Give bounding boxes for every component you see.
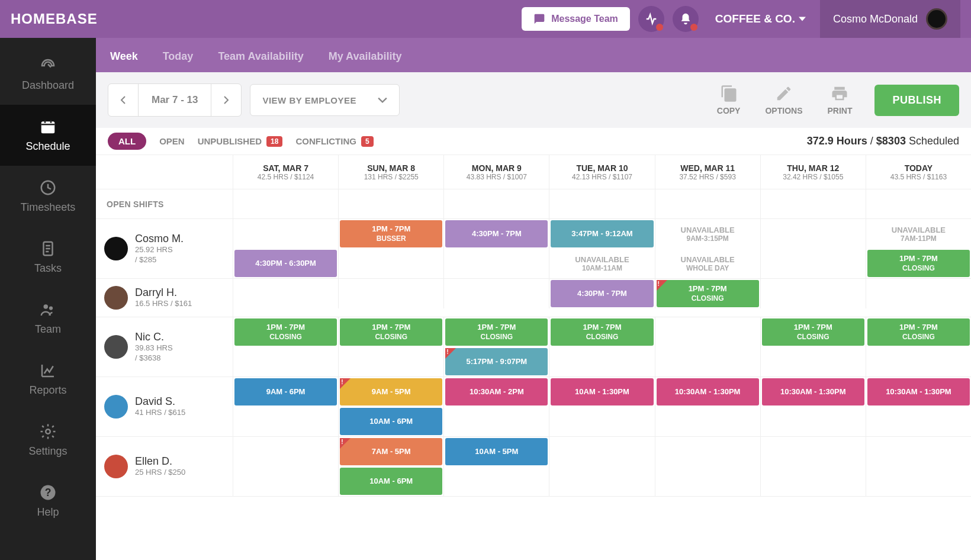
schedule-cell[interactable] bbox=[655, 317, 761, 347]
schedule-cell[interactable]: 4:30PM - 7PM bbox=[549, 279, 655, 308]
schedule-cell[interactable] bbox=[339, 249, 444, 278]
filter-unpublished[interactable]: UNPUBLISHED 18 bbox=[198, 136, 283, 147]
schedule-cell[interactable] bbox=[233, 437, 339, 466]
employee-cell[interactable]: Ellen D. 25 HRS / $250 bbox=[96, 437, 233, 496]
schedule-cell[interactable]: 1PM - 7PMCLOSING bbox=[761, 317, 866, 347]
schedule-cell[interactable]: 10AM - 6PM bbox=[339, 466, 444, 496]
sidebar-item-tasks[interactable]: Tasks bbox=[0, 227, 96, 288]
schedule-cell[interactable]: UNAVAILABLE7AM-11PM bbox=[866, 219, 971, 249]
sidebar-item-help[interactable]: ? Help bbox=[0, 471, 96, 532]
shift-block[interactable]: 10AM - 1:30PM bbox=[551, 378, 653, 405]
day-header[interactable]: TODAY 43.5 HRS / $1163 bbox=[866, 155, 971, 189]
shift-block[interactable]: 9AM - 5PM bbox=[340, 378, 442, 405]
shift-block[interactable]: 1PM - 7PMCLOSING bbox=[551, 318, 653, 346]
employee-cell[interactable]: Nic C. 39.83 HRS/ $3638 bbox=[96, 317, 233, 376]
day-header[interactable]: THU, MAR 12 32.42 HRS / $1055 bbox=[761, 155, 866, 189]
shift-block[interactable]: 5:17PM - 9:07PM bbox=[445, 348, 548, 375]
publish-button[interactable]: PUBLISH bbox=[874, 85, 959, 116]
schedule-cell[interactable] bbox=[233, 279, 339, 308]
schedule-cell[interactable] bbox=[761, 407, 866, 436]
schedule-cell[interactable] bbox=[866, 407, 971, 436]
schedule-cell[interactable]: 1PM - 7PMBUSSER bbox=[339, 219, 444, 249]
message-team-button[interactable]: Message Team bbox=[522, 7, 630, 31]
shift-block[interactable]: 10AM - 6PM bbox=[340, 468, 442, 495]
schedule-cell[interactable] bbox=[339, 279, 444, 308]
schedule-cell[interactable]: 1PM - 7PMCLOSING bbox=[233, 317, 339, 347]
shift-block[interactable]: 1PM - 7PMCLOSING bbox=[867, 318, 970, 346]
schedule-cell[interactable]: 3:47PM - 9:12AM bbox=[549, 219, 655, 249]
schedule-cell[interactable]: UNAVAILABLE10AM-11AM bbox=[549, 249, 655, 278]
tab-week[interactable]: Week bbox=[108, 41, 140, 72]
schedule-cell[interactable] bbox=[761, 437, 866, 466]
schedule-cell[interactable]: 1PM - 7PMCLOSING bbox=[339, 317, 444, 347]
shift-block[interactable]: 10:30AM - 2PM bbox=[445, 378, 548, 405]
schedule-cell[interactable] bbox=[866, 437, 971, 466]
schedule-cell[interactable] bbox=[444, 407, 549, 436]
sidebar-item-schedule[interactable]: Schedule bbox=[0, 105, 96, 166]
schedule-cell[interactable] bbox=[444, 249, 549, 278]
schedule-cell[interactable]: 10:30AM - 2PM bbox=[444, 377, 549, 407]
sidebar-item-settings[interactable]: Settings bbox=[0, 410, 96, 471]
schedule-cell[interactable] bbox=[761, 466, 866, 496]
day-header[interactable]: WED, MAR 11 37.52 HRS / $593 bbox=[655, 155, 761, 189]
print-button[interactable]: PRINT bbox=[819, 85, 860, 115]
schedule-cell[interactable]: 10:30AM - 1:30PM bbox=[761, 377, 866, 407]
schedule-cell[interactable]: 10:30AM - 1:30PM bbox=[866, 377, 971, 407]
schedule-cell[interactable] bbox=[655, 437, 761, 466]
tab-my-availability[interactable]: My Availability bbox=[326, 41, 404, 72]
shift-block[interactable]: 4:30PM - 7PM bbox=[445, 220, 548, 247]
schedule-cell[interactable] bbox=[549, 466, 655, 496]
schedule-cell[interactable]: 10AM - 1:30PM bbox=[549, 377, 655, 407]
schedule-cell[interactable]: 1PM - 7PMCLOSING bbox=[549, 317, 655, 347]
schedule-cell[interactable]: 1PM - 7PMCLOSING bbox=[444, 317, 549, 347]
date-range-button[interactable]: Mar 7 - 13 bbox=[138, 84, 211, 116]
schedule-cell[interactable]: 1PM - 7PMCLOSING bbox=[866, 249, 971, 278]
filter-all[interactable]: ALL bbox=[108, 133, 146, 150]
schedule-cell[interactable] bbox=[761, 219, 866, 249]
shift-block[interactable]: 1PM - 7PMBUSSER bbox=[340, 220, 442, 247]
schedule-cell[interactable] bbox=[233, 219, 339, 249]
sidebar-item-reports[interactable]: Reports bbox=[0, 349, 96, 410]
schedule-cell[interactable] bbox=[444, 466, 549, 496]
schedule-cell[interactable] bbox=[655, 466, 761, 496]
shift-block[interactable]: 4:30PM - 6:30PM bbox=[234, 250, 337, 277]
brand-logo[interactable]: HOMEBASE bbox=[11, 11, 98, 27]
copy-button[interactable]: COPY bbox=[709, 85, 749, 115]
schedule-cell[interactable]: 10:30AM - 1:30PM bbox=[655, 377, 761, 407]
shift-block[interactable]: 3:47PM - 9:12AM bbox=[551, 220, 653, 247]
shift-block[interactable]: 10AM - 6PM bbox=[340, 408, 442, 435]
schedule-cell[interactable]: 9AM - 6PM bbox=[233, 377, 339, 407]
schedule-cell[interactable]: 1PM - 7PMCLOSING bbox=[866, 317, 971, 347]
shift-block[interactable]: 1PM - 7PMCLOSING bbox=[657, 280, 759, 307]
shift-block[interactable]: 10AM - 5PM bbox=[445, 438, 548, 465]
schedule-cell[interactable]: 5:17PM - 9:07PM bbox=[444, 347, 549, 376]
shift-block[interactable]: 1PM - 7PMCLOSING bbox=[234, 318, 337, 346]
filter-conflicting[interactable]: CONFLICTING 5 bbox=[295, 136, 373, 147]
shift-block[interactable]: 1PM - 7PMCLOSING bbox=[867, 250, 970, 277]
employee-cell[interactable]: Cosmo M. 25.92 HRS/ $285 bbox=[96, 219, 233, 278]
notifications-button[interactable] bbox=[673, 6, 699, 32]
next-week-button[interactable] bbox=[211, 84, 241, 116]
employee-cell[interactable]: David S. 41 HRS / $615 bbox=[96, 377, 233, 436]
shift-block[interactable]: 1PM - 7PMCLOSING bbox=[445, 318, 548, 346]
shift-block[interactable]: 7AM - 5PM bbox=[340, 438, 442, 465]
day-header[interactable]: SAT, MAR 7 42.5 HRS / $1124 bbox=[233, 155, 339, 189]
shift-block[interactable]: 10:30AM - 1:30PM bbox=[657, 378, 759, 405]
schedule-cell[interactable] bbox=[866, 279, 971, 308]
schedule-cell[interactable]: 10AM - 6PM bbox=[339, 407, 444, 436]
schedule-cell[interactable]: UNAVAILABLE9AM-3:15PM bbox=[655, 219, 761, 249]
schedule-cell[interactable] bbox=[233, 466, 339, 496]
schedule-cell[interactable] bbox=[233, 407, 339, 436]
schedule-cell[interactable] bbox=[761, 347, 866, 376]
activity-button[interactable] bbox=[638, 6, 664, 32]
prev-week-button[interactable] bbox=[108, 84, 138, 116]
sidebar-item-dashboard[interactable]: Dashboard bbox=[0, 44, 96, 105]
shift-block[interactable]: 9AM - 6PM bbox=[234, 378, 337, 405]
shift-block[interactable]: 1PM - 7PMCLOSING bbox=[762, 318, 864, 346]
tab-today[interactable]: Today bbox=[160, 41, 196, 72]
view-by-dropdown[interactable]: VIEW BY EMPLOYEE bbox=[250, 84, 400, 116]
schedule-cell[interactable] bbox=[549, 347, 655, 376]
schedule-cell[interactable]: 4:30PM - 6:30PM bbox=[233, 249, 339, 278]
schedule-cell[interactable] bbox=[866, 466, 971, 496]
schedule-cell[interactable] bbox=[549, 437, 655, 466]
